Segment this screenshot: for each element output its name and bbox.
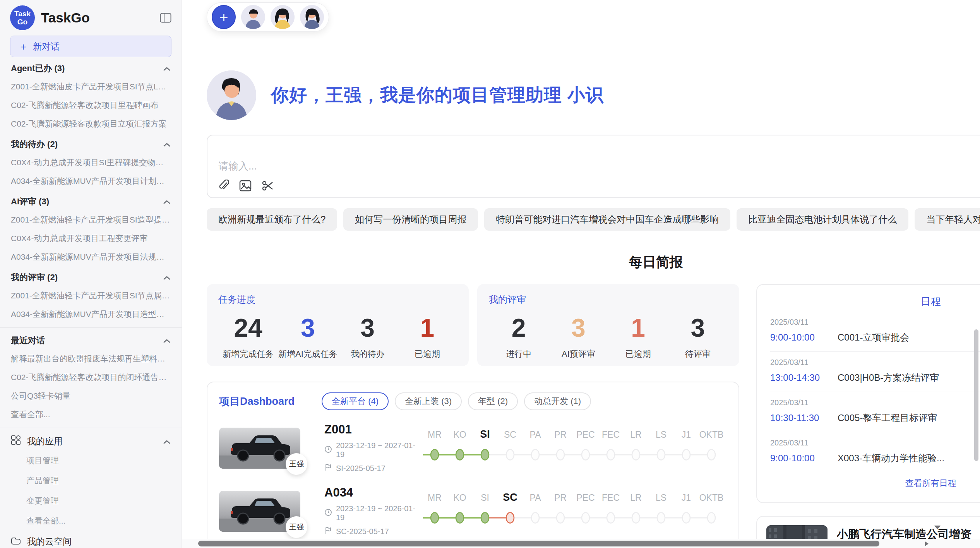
- chevron-up-icon: [163, 436, 171, 447]
- task-progress-title: 任务进度: [218, 293, 457, 306]
- image-upload-icon[interactable]: [239, 180, 252, 192]
- new-chat-button[interactable]: ＋ 新对话: [10, 36, 171, 57]
- app-shortcut-item[interactable]: 查看全部...: [10, 511, 171, 531]
- my-apps-header[interactable]: 我的应用: [10, 430, 171, 450]
- sidebar-section-header[interactable]: 我的待办 (2): [10, 133, 171, 153]
- apps-grid-icon: [11, 435, 21, 447]
- right-column: 日程 2025/03/11 9:00-10:00 C001-立项审批会 加入 2…: [756, 284, 980, 548]
- recent-chat-item[interactable]: 查看全部...: [10, 405, 171, 424]
- greeting-text: 你好，王强，我是你的项目管理助理 小识: [271, 83, 604, 107]
- schedule-item: 2025/03/11 13:00-14:30 C003|H0B-方案冻结评审 加…: [770, 352, 980, 392]
- schedule-date: 2025/03/11: [770, 358, 980, 367]
- scissors-icon[interactable]: [262, 180, 274, 192]
- my-cloud-space-item[interactable]: 我的云空间: [10, 531, 171, 548]
- my-review-card: 我的评审 2进行中3AI预评审1已逾期3待评审: [477, 284, 739, 366]
- svg-text:PR: PR: [554, 430, 567, 440]
- suggestion-chip[interactable]: 如何写一份清晰的项目周报: [343, 208, 478, 231]
- sidebar-section-header[interactable]: 我的评审 (2): [10, 266, 171, 286]
- vertical-scrollbar-thumb[interactable]: [974, 329, 978, 461]
- schedule-time: 9:00-10:00: [770, 332, 832, 343]
- sidebar-section-header[interactable]: Agent已办 (3): [10, 57, 171, 77]
- svg-text:KO: KO: [453, 430, 466, 440]
- add-agent-button[interactable]: ＋: [212, 5, 236, 29]
- agent-avatar-2[interactable]: [271, 5, 295, 29]
- horizontal-scrollbar-thumb[interactable]: [198, 541, 879, 546]
- divider: [0, 327, 182, 328]
- stat-cell: 24新增完成任务: [218, 311, 278, 360]
- recent-chat-item[interactable]: C02-飞腾新能源轻客改款项目的闭环通告反馈情况: [10, 368, 171, 387]
- svg-text:SC: SC: [504, 430, 516, 440]
- project-row[interactable]: 王强 A034 2023-12-19 ~ 2026-01-19 SC-2025-…: [219, 486, 727, 536]
- schedule-event-name: C003|H0B-方案冻结评审: [838, 372, 980, 384]
- chat-input[interactable]: [207, 135, 980, 174]
- sidebar-section-header[interactable]: AI评审 (3): [10, 190, 171, 211]
- schedule-date: 2025/03/11: [770, 318, 980, 327]
- suggestion-chip[interactable]: 特朗普可能对进口汽车增税会对中国车企造成哪些影响: [484, 208, 730, 231]
- svg-text:J1: J1: [682, 493, 691, 503]
- briefing-title: 每日简报: [207, 253, 980, 271]
- app-shortcut-item[interactable]: 项目管理: [10, 450, 171, 471]
- svg-text:PA: PA: [530, 493, 541, 503]
- main-area: ＋ 王强 你好，王强，我是你的项目管理助理 小识: [182, 0, 980, 548]
- project-row[interactable]: 王强 Z001 2023-12-19 ~ 2027-01-19 SI-2025-…: [219, 423, 727, 473]
- task-progress-card: 任务进度 24新增完成任务3新增AI完成任务3我的待办1已逾期: [207, 284, 469, 366]
- scroll-down-arrow-icon[interactable]: [934, 525, 941, 532]
- agent-avatars-pill: ＋: [207, 2, 329, 32]
- stat-value: 1: [608, 311, 668, 344]
- dashboard-filter-pill[interactable]: 年型 (2): [468, 392, 518, 410]
- sidebar-task-item[interactable]: C0X4-动力总成开发项目工程变更评审: [10, 229, 171, 248]
- project-list: 王强 Z001 2023-12-19 ~ 2027-01-19 SI-2025-…: [219, 423, 727, 548]
- agent-avatar-3[interactable]: [300, 5, 324, 29]
- dashboard-filter-pill[interactable]: 全新上装 (3): [395, 392, 462, 410]
- recent-chats-header[interactable]: 最近对话: [10, 329, 171, 349]
- sidebar-task-item[interactable]: C0X4-动力总成开发项目SI里程碑提交物检查: [10, 153, 171, 172]
- suggestion-chip[interactable]: 当下年轻人对汽车外观有怎样的喜好趋势: [915, 208, 980, 231]
- stat-label: 已逾期: [397, 348, 457, 360]
- suggestion-chip[interactable]: 欧洲新规最近颁布了什么?: [207, 208, 337, 231]
- svg-text:PR: PR: [554, 493, 567, 503]
- app-shortcut-item[interactable]: 产品管理: [10, 471, 171, 491]
- sidebar-task-item[interactable]: A034-全新新能源MUV产品开发项目法规符合性评审: [10, 248, 171, 266]
- svg-text:LS: LS: [656, 493, 666, 503]
- schedule-time: 10:30-11:30: [770, 413, 832, 423]
- recent-chat-item[interactable]: 公司Q3轻卡销量: [10, 387, 171, 405]
- schedule-item: 2025/03/11 9:00-10:00 X003-车辆动力学性能验... 加…: [770, 432, 980, 472]
- stat-label: 待评审: [668, 348, 728, 360]
- sidebar-task-item[interactable]: Z001-全新燃油皮卡产品开发项目SI节点Lesson Learn报告: [10, 77, 171, 96]
- sidebar-task-item[interactable]: C02-飞腾新能源轻客改款项目里程碑画布: [10, 96, 171, 115]
- sidebar-task-item[interactable]: Z001-全新燃油轻卡产品开发项目SI造型提交物评审: [10, 211, 171, 229]
- project-owner-badge: 王强: [286, 516, 307, 538]
- sidebar-task-item[interactable]: A034-全新新能源MUV产品开发项目造型可行性评审: [10, 305, 171, 324]
- horizontal-scrollbar-track[interactable]: [182, 539, 980, 548]
- view-all-schedule-link[interactable]: 查看所有日程: [770, 478, 980, 489]
- sidebar-section-title: 我的待办 (2): [11, 139, 58, 150]
- dashboard-filter-pill[interactable]: 动总开发 (1): [524, 392, 591, 410]
- stat-label: 已逾期: [608, 348, 668, 360]
- dashboard-filter-pill[interactable]: 全新平台 (4): [322, 392, 389, 410]
- svg-text:SI: SI: [481, 493, 489, 503]
- svg-text:J1: J1: [682, 430, 691, 440]
- scroll-right-arrow-icon[interactable]: [923, 541, 930, 548]
- svg-text:MR: MR: [428, 430, 442, 440]
- chevron-up-icon: [163, 272, 171, 283]
- schedule-time: 9:00-10:00: [770, 453, 832, 464]
- attachment-icon[interactable]: [218, 180, 229, 192]
- recent-chat-item[interactable]: 解释最新出台的欧盟报废车法规再生塑料比例被调至15%...: [10, 349, 171, 368]
- sidebar-task-item[interactable]: Z001-全新燃油轻卡产品开发项目SI节点属性5D文件评审: [10, 286, 171, 305]
- flag-icon: [324, 527, 332, 536]
- sidebar-task-item[interactable]: C02-飞腾新能源轻客改款项目立项汇报方案: [10, 115, 171, 133]
- stat-value: 1: [397, 311, 457, 344]
- sidebar-section-title: AI评审 (3): [11, 196, 49, 207]
- assistant-avatar: [207, 70, 256, 120]
- sidebar-collapse-icon[interactable]: [160, 13, 171, 23]
- topbar: ＋ 王强: [207, 0, 980, 32]
- agent-avatar-1[interactable]: [241, 5, 265, 29]
- app-shortcut-item[interactable]: 变更管理: [10, 491, 171, 511]
- svg-text:LR: LR: [630, 493, 641, 503]
- schedule-event-name: X003-车辆动力学性能验...: [838, 452, 980, 464]
- sidebar-task-item[interactable]: A034-全新新能源MUV产品开发项目计划变更表编写: [10, 172, 171, 190]
- suggestion-chip[interactable]: 比亚迪全固态电池计划具体说了什么: [737, 208, 908, 231]
- input-toolbar-left: [218, 180, 274, 192]
- svg-text:PEC: PEC: [576, 430, 595, 440]
- schedule-item: 2025/03/11 10:30-11:30 C005-整车工程目标评审 加入: [770, 392, 980, 432]
